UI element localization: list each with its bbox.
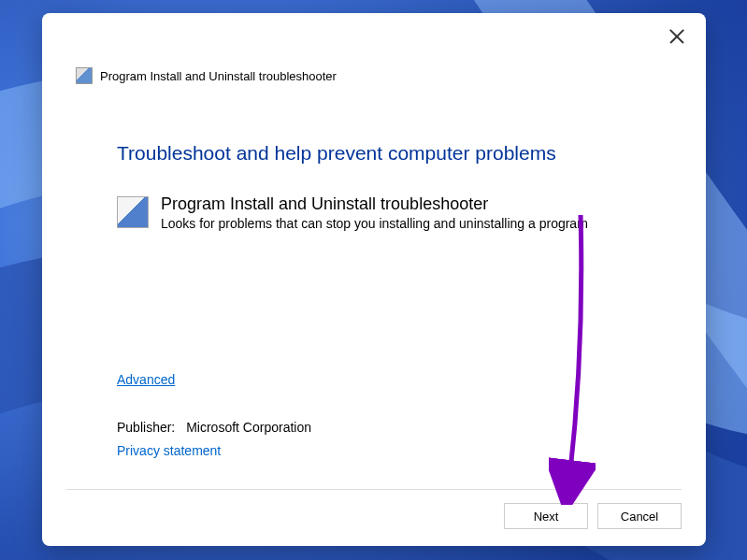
program-troubleshooter-icon: [117, 196, 149, 228]
troubleshooter-icon: [76, 67, 93, 84]
publisher-value: Microsoft Corporation: [186, 420, 311, 435]
page-heading: Troubleshoot and help prevent computer p…: [117, 142, 682, 165]
next-button[interactable]: Next: [504, 503, 588, 529]
title-bar: Program Install and Uninstall troublesho…: [76, 67, 682, 84]
close-button[interactable]: [668, 28, 685, 45]
privacy-statement-link[interactable]: Privacy statement: [117, 443, 221, 458]
advanced-link[interactable]: Advanced: [117, 372, 175, 387]
cancel-button[interactable]: Cancel: [597, 503, 682, 529]
troubleshooter-item: Program Install and Uninstall troublesho…: [117, 194, 682, 231]
dialog-title: Program Install and Uninstall troublesho…: [100, 69, 337, 83]
item-title: Program Install and Uninstall troublesho…: [161, 194, 588, 214]
item-description: Looks for problems that can stop you ins…: [161, 216, 588, 231]
button-row: Next Cancel: [504, 503, 682, 529]
divider: [66, 489, 682, 490]
troubleshooter-dialog: Program Install and Uninstall troublesho…: [42, 13, 706, 546]
publisher-label: Publisher:: [117, 420, 175, 435]
publisher-row: Publisher: Microsoft Corporation: [117, 420, 311, 435]
